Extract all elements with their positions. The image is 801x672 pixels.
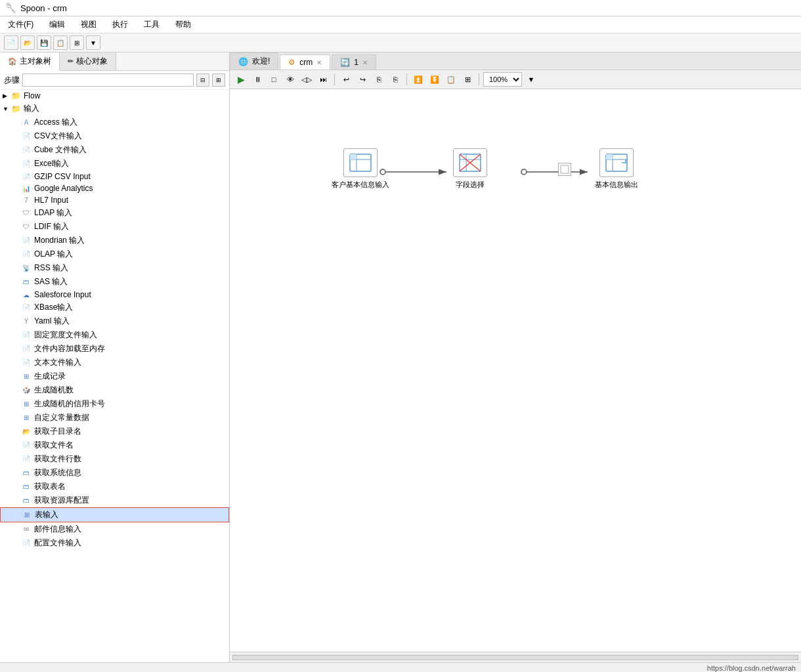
tree-item-cube-input[interactable]: 📄 Cube 文件输入 xyxy=(0,143,229,157)
canvas-svg xyxy=(230,89,801,652)
menu-item-[interactable]: 帮助 xyxy=(173,18,194,32)
step-btn[interactable]: ◁▷ xyxy=(299,72,314,87)
tree-item-hl7-input[interactable]: 7️ HL7 Input xyxy=(0,194,229,206)
search-label: 步骤 xyxy=(4,75,20,86)
layout-btn[interactable]: 📋 xyxy=(444,72,458,87)
tree-item-access-input[interactable]: A Access 输入 xyxy=(0,116,229,129)
tree-item-custom-const[interactable]: ⊞ 自定义常量数据 xyxy=(0,411,229,425)
flow-node-input[interactable]: 客户基本信息输入 xyxy=(332,148,389,190)
zoom-out-btn[interactable]: ⏬ xyxy=(427,72,442,87)
undo-btn[interactable]: ↩ xyxy=(339,72,353,87)
toolbar-layers[interactable]: ⊞ xyxy=(70,35,84,50)
menu-item-[interactable]: 工具 xyxy=(141,18,162,32)
zoom-in-btn[interactable]: ⏫ xyxy=(411,72,425,87)
tree-item-excel-input[interactable]: 📄 Excel输入 xyxy=(0,157,229,171)
search-collapse-btn[interactable]: ⊟ xyxy=(196,74,209,87)
tab-core-objects[interactable]: ✏ 核心对象 xyxy=(60,52,116,70)
tree-item-get-resource-conf[interactable]: 🗃 获取资源库配置 xyxy=(0,494,229,507)
tree-item-rss-input[interactable]: 📡 RSS 输入 xyxy=(0,261,229,275)
flow-node-select-box xyxy=(453,148,487,177)
tree-item-salesforce-input[interactable]: ☁ Salesforce Input xyxy=(0,289,229,301)
flow-node-output-label: 基本信息输出 xyxy=(595,180,638,190)
canvas[interactable]: 客户基本信息输入 字段选择 xyxy=(230,89,801,652)
canvas-toolbar: ▶ ⏸ □ 👁 ◁▷ ⏭ ↩ ↪ ⎘ ⎘ ⏫ ⏬ 📋 ⊞ 50% 75% 100… xyxy=(230,70,801,89)
flow-node-input-label: 客户基本信息输入 xyxy=(332,180,389,190)
toolbar-open[interactable]: 📂 xyxy=(20,35,35,50)
tab-task1-close[interactable]: ✕ xyxy=(362,59,368,66)
menu-item-[interactable]: 执行 xyxy=(110,18,131,32)
tree-item-config-file-input[interactable]: 📄 配置文件输入 xyxy=(0,536,229,550)
tree-item-get-filename[interactable]: 📄 获取文件名 xyxy=(0,438,229,452)
tree-item-load-file-to-mem[interactable]: 📄 文件内容加载至内存 xyxy=(0,342,229,356)
tree-item-sas-input[interactable]: 🗃 SAS 输入 xyxy=(0,275,229,289)
status-url: https://blog.csdn.net/warrah xyxy=(707,664,796,672)
tab-crm-close[interactable]: ✕ xyxy=(316,59,322,66)
tab-crm[interactable]: ⚙ crm ✕ xyxy=(280,54,330,70)
flow-node-output[interactable]: 基本信息输出 xyxy=(595,148,638,190)
tree-item-table-input[interactable]: ⊞ 表输入 xyxy=(0,507,229,522)
grid-btn[interactable]: ⊞ xyxy=(460,72,475,87)
tree-item-generate-random[interactable]: 🎲 生成随机数 xyxy=(0,383,229,397)
menubar: 文件(F)编辑视图执行工具帮助 xyxy=(0,16,801,33)
tree-item-ldap-input[interactable]: 🛡 LDAP 输入 xyxy=(0,206,229,220)
zoom-select[interactable]: 50% 75% 100% 125% 150% 200% xyxy=(483,72,522,87)
tab-task1[interactable]: 🔄 1 ✕ xyxy=(332,54,376,70)
tree-item-csv-input[interactable]: 📄 CSV文件输入 xyxy=(0,129,229,143)
tab-crm-label: crm xyxy=(299,58,313,67)
tree-item-get-subdir[interactable]: 📂 获取子目录名 xyxy=(0,425,229,438)
tab-crm-icon: ⚙ xyxy=(288,58,295,67)
tree-item-generate-rows[interactable]: ⊞ 生成记录 xyxy=(0,369,229,383)
tab-main-objects-label: 主对象树 xyxy=(20,56,51,67)
redo-btn[interactable]: ↪ xyxy=(355,72,370,87)
search-expand-btn[interactable]: ⊞ xyxy=(212,74,225,87)
menu-item-[interactable]: 视图 xyxy=(78,18,99,32)
tree-item-input[interactable]: ▼ 📁 输入 xyxy=(0,102,229,116)
toolbar-save[interactable]: 💾 xyxy=(37,35,51,50)
tree-item-get-sysinfo[interactable]: 🗃 获取系统信息 xyxy=(0,466,229,480)
run-btn[interactable]: ▶ xyxy=(234,72,248,87)
tree-item-generate-random-cc[interactable]: ⊞ 生成随机的信用卡号 xyxy=(0,397,229,411)
tree-item-text-file-input[interactable]: 📄 文本文件输入 xyxy=(0,356,229,369)
tab-welcome-label: 欢迎! xyxy=(252,56,270,67)
search-input[interactable] xyxy=(22,74,194,87)
fast-forward-btn[interactable]: ⏭ xyxy=(316,72,330,87)
stop-btn[interactable]: □ xyxy=(267,72,281,87)
flow-node-select[interactable]: 字段选择 xyxy=(453,148,487,190)
tree-item-mondrian-input[interactable]: 📄 Mondrian 输入 xyxy=(0,234,229,247)
flow-node-input-icon xyxy=(349,153,372,173)
tree-item-olap-input[interactable]: 📄 OLAP 输入 xyxy=(0,247,229,261)
tree-item-google-analytics[interactable]: 📊 Google Analytics xyxy=(0,182,229,194)
toolbar-new[interactable]: 📄 xyxy=(4,35,18,50)
menu-item-F[interactable]: 文件(F) xyxy=(5,18,36,32)
tree-item-fixed-width-input[interactable]: 📄 固定宽度文件输入 xyxy=(0,328,229,342)
tree-item-ldif-input[interactable]: 🛡 LDIF 输入 xyxy=(0,220,229,234)
tab-welcome[interactable]: 🌐 欢迎! xyxy=(230,52,278,70)
tab-core-objects-label: 核心对象 xyxy=(76,56,108,67)
tree-item-get-file-rows[interactable]: 📄 获取文件行数 xyxy=(0,452,229,466)
tree-item-mail-input[interactable]: ✉ 邮件信息输入 xyxy=(0,522,229,536)
distribute-btn[interactable]: ⎘ xyxy=(388,72,402,87)
tree-item-gzip-csv-input[interactable]: 📄 GZIP CSV Input xyxy=(0,171,229,182)
tab-main-objects[interactable]: 🏠 主对象树 xyxy=(0,52,60,71)
tree-item-flow[interactable]: ▶ 📁 Flow xyxy=(0,90,229,102)
pause-btn[interactable]: ⏸ xyxy=(250,72,265,87)
tree-item-xbase-input[interactable]: 📄 XBase输入 xyxy=(0,301,229,314)
zoom-dropdown-btn[interactable]: ▼ xyxy=(524,72,538,87)
editor-tabs: 🌐 欢迎! ⚙ crm ✕ 🔄 1 ✕ xyxy=(230,52,801,70)
svg-rect-18 xyxy=(606,154,613,159)
bottom-bar xyxy=(230,652,801,662)
menu-item-[interactable]: 编辑 xyxy=(47,18,68,32)
align-btn[interactable]: ⎘ xyxy=(372,72,386,87)
app-title: Spoon - crm xyxy=(20,3,67,13)
tree-item-get-tablename[interactable]: 🗃 获取表名 xyxy=(0,480,229,494)
flow-connector-box xyxy=(558,163,571,176)
horizontal-scrollbar[interactable] xyxy=(232,655,798,660)
right-panel: 🌐 欢迎! ⚙ crm ✕ 🔄 1 ✕ ▶ ⏸ □ 👁 ◁▷ ⏭ ↩ xyxy=(230,52,801,662)
toolbar-saveas[interactable]: 📋 xyxy=(53,35,68,50)
preview-btn[interactable]: 👁 xyxy=(283,72,297,87)
tree-item-yaml-input[interactable]: Y Yaml 输入 xyxy=(0,314,229,328)
tree-container[interactable]: ▶ 📁 Flow ▼ 📁 输入 A Access 输入 📄 xyxy=(0,90,229,662)
flow-node-input-box xyxy=(343,148,378,177)
main-layout: 🏠 主对象树 ✏ 核心对象 步骤 ⊟ ⊞ ▶ 📁 Flow xyxy=(0,52,801,662)
toolbar-dropdown[interactable]: ▼ xyxy=(86,35,100,50)
